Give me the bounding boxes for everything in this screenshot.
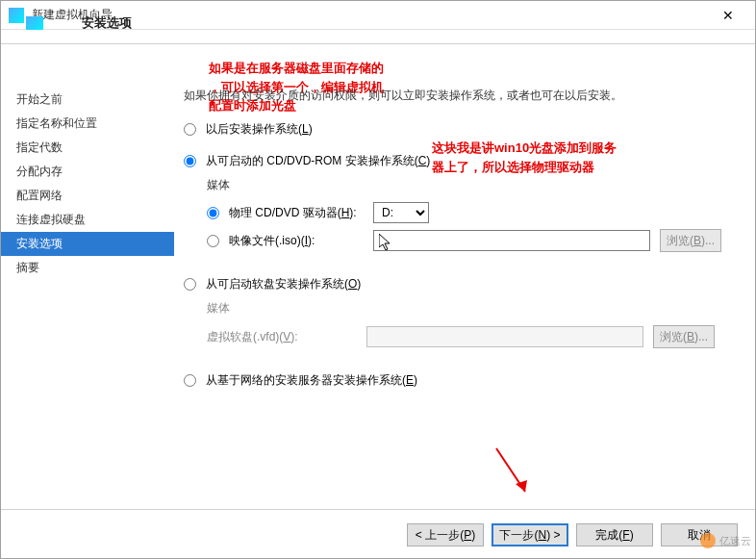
- radio-install-later[interactable]: 以后安装操作系统(L): [184, 117, 732, 141]
- radio-install-later-input[interactable]: [184, 123, 196, 136]
- separator-bottom: [1, 509, 755, 510]
- radio-iso[interactable]: [207, 235, 219, 247]
- prev-button[interactable]: < 上一步(P): [407, 523, 484, 546]
- step-install-options[interactable]: 安装选项: [1, 232, 174, 256]
- iso-browse-button[interactable]: 浏览(B)...: [660, 229, 721, 252]
- radio-floppy-label: 从可启动软盘安装操作系统(O): [206, 276, 361, 292]
- radio-network[interactable]: 从基于网络的安装服务器安装操作系统(E): [184, 368, 732, 393]
- option-install-later: 以后安装操作系统(L): [184, 117, 732, 141]
- radio-cddvd[interactable]: 从可启动的 CD/DVD-ROM 安装操作系统(C): [184, 149, 732, 173]
- vfd-label: 虚拟软盘(.vfd)(V):: [207, 329, 357, 345]
- step-vhd[interactable]: 连接虚拟硬盘: [1, 208, 174, 232]
- option-cddvd: 从可启动的 CD/DVD-ROM 安装操作系统(C) 媒体 物理 CD/DVD …: [184, 149, 732, 255]
- option-network: 从基于网络的安装服务器安装操作系统(E): [184, 368, 732, 393]
- main-panel: 如果你拥有对安装介质的访问权限，则可以立即安装操作系统，或者也可在以后安装。 以…: [174, 30, 755, 558]
- iso-path-input[interactable]: [373, 230, 650, 251]
- physical-drive-select[interactable]: D:: [373, 202, 429, 223]
- next-button[interactable]: 下一步(N) >: [491, 523, 568, 546]
- radio-cddvd-label: 从可启动的 CD/DVD-ROM 安装操作系统(C): [206, 153, 430, 169]
- app-icon: [9, 8, 24, 23]
- close-icon[interactable]: ✕: [709, 2, 747, 29]
- wizard-window: 新建虚拟机向导 ✕ 安装选项 如果是在服务器磁盘里面存储的 ，可以选择第一个，编…: [0, 0, 756, 559]
- vfd-browse-button: 浏览(B)...: [653, 325, 715, 348]
- physical-drive-label: 物理 CD/DVD 驱动器(H):: [229, 205, 364, 221]
- step-begin[interactable]: 开始之前: [1, 88, 174, 112]
- step-name-location[interactable]: 指定名称和位置: [1, 112, 174, 136]
- step-summary[interactable]: 摘要: [1, 256, 174, 280]
- step-list: 开始之前 指定名称和位置 指定代数 分配内存 配置网络 连接虚拟硬盘 安装选项 …: [1, 88, 174, 280]
- watermark-text: 亿速云: [719, 534, 751, 548]
- footer: < 上一步(P) 下一步(N) > 完成(F) 取消: [407, 523, 738, 546]
- window-title: 新建虚拟机向导: [32, 7, 709, 23]
- step-generation[interactable]: 指定代数: [1, 136, 174, 160]
- iso-label: 映像文件(.iso)(I):: [229, 233, 364, 249]
- floppy-media-section: 媒体 虚拟软盘(.vfd)(V): 浏览(B)...: [207, 300, 732, 351]
- watermark-icon: [700, 533, 716, 548]
- instruction-text: 如果你拥有对安装介质的访问权限，则可以立即安装操作系统，或者也可在以后安装。: [184, 88, 732, 104]
- page-icon: [26, 16, 43, 30]
- content: 开始之前 指定名称和位置 指定代数 分配内存 配置网络 连接虚拟硬盘 安装选项 …: [1, 30, 755, 558]
- radio-floppy[interactable]: 从可启动软盘安装操作系统(O): [184, 272, 732, 296]
- physical-drive-row: 物理 CD/DVD 驱动器(H): D:: [207, 199, 732, 226]
- media-heading: 媒体: [207, 177, 732, 193]
- step-network[interactable]: 配置网络: [1, 184, 174, 208]
- option-floppy: 从可启动软盘安装操作系统(O) 媒体 虚拟软盘(.vfd)(V): 浏览(B).…: [184, 272, 732, 351]
- finish-button[interactable]: 完成(F): [576, 523, 653, 546]
- floppy-media-heading: 媒体: [207, 300, 732, 317]
- sidebar: 开始之前 指定名称和位置 指定代数 分配内存 配置网络 连接虚拟硬盘 安装选项 …: [1, 30, 174, 558]
- radio-install-later-label: 以后安装操作系统(L): [206, 121, 313, 138]
- radio-network-label: 从基于网络的安装服务器安装操作系统(E): [206, 372, 417, 389]
- radio-floppy-input[interactable]: [184, 278, 196, 291]
- radio-network-input[interactable]: [184, 374, 196, 387]
- watermark: 亿速云: [700, 533, 751, 548]
- radio-cddvd-input[interactable]: [184, 155, 196, 167]
- vfd-row: 虚拟软盘(.vfd)(V): 浏览(B)...: [207, 322, 732, 351]
- step-memory[interactable]: 分配内存: [1, 160, 174, 184]
- radio-physical-drive[interactable]: [207, 207, 219, 219]
- vfd-path-input: [366, 326, 643, 347]
- cddvd-media-section: 媒体 物理 CD/DVD 驱动器(H): D: 映像文件(.iso)(I): 浏…: [207, 177, 732, 255]
- iso-row: 映像文件(.iso)(I): 浏览(B)...: [207, 226, 732, 255]
